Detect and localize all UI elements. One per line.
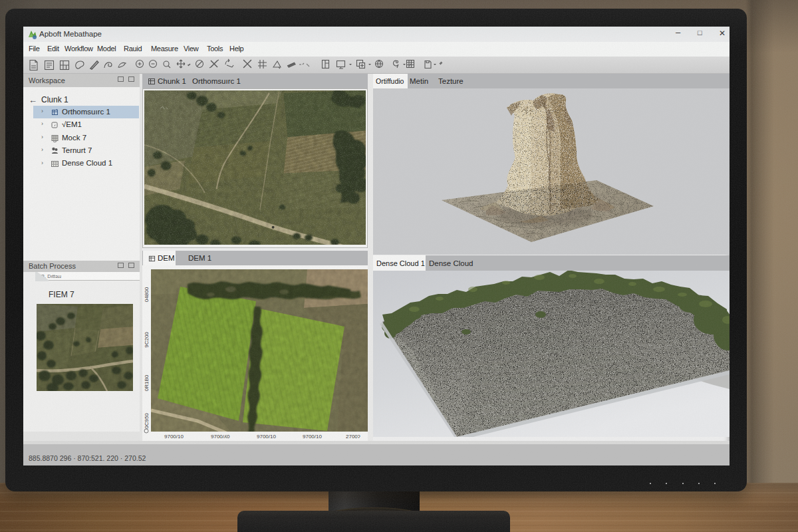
svg-text:9700/10: 9700/10: [303, 434, 322, 440]
svg-text:2700ʔ: 2700ʔ: [346, 434, 360, 440]
svg-text:9700/ʎ0: 9700/ʎ0: [211, 434, 230, 440]
svg-text:9700/10: 9700/10: [164, 434, 184, 440]
svg-text:0R1B0: 0R1B0: [144, 374, 150, 391]
svg-text:04800: 04800: [144, 287, 150, 302]
svg-text:0C950: 0C950: [144, 413, 150, 429]
svg-text:9C200: 9C200: [144, 332, 150, 348]
svg-text:9700/10: 9700/10: [257, 434, 276, 440]
